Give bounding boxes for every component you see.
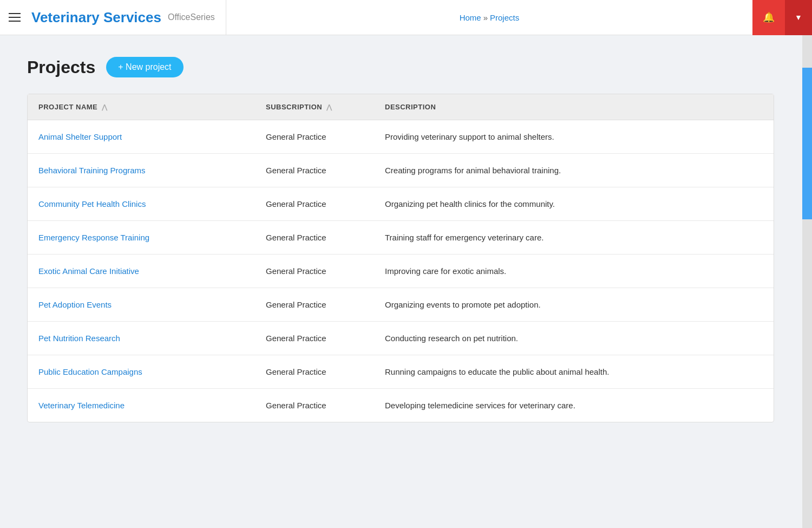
filter-subscription-icon[interactable]: ⋀: [326, 103, 332, 111]
table-row: Veterinary TelemedicineGeneral PracticeD…: [28, 389, 774, 422]
project-subscription: General Practice: [255, 389, 374, 422]
project-name-link[interactable]: Pet Adoption Events: [38, 300, 112, 309]
table-row: Behavioral Training ProgramsGeneral Prac…: [28, 154, 774, 187]
table-row: Pet Nutrition ResearchGeneral PracticeCo…: [28, 322, 774, 355]
table-row: Community Pet Health ClinicsGeneral Prac…: [28, 187, 774, 221]
filter-name-icon[interactable]: ⋀: [102, 103, 108, 111]
hamburger-menu[interactable]: [9, 13, 21, 22]
project-name-link[interactable]: Emergency Response Training: [38, 233, 149, 242]
header-nav: Home » Projects: [226, 13, 752, 22]
project-description: Developing telemedicine services for vet…: [374, 389, 774, 422]
column-subscription-label: SUBSCRIPTION: [266, 103, 322, 111]
project-subscription: General Practice: [255, 221, 374, 255]
project-name-link[interactable]: Veterinary Telemedicine: [38, 401, 125, 410]
project-description: Running campaigns to educate the public …: [374, 355, 774, 389]
table-row: Emergency Response TrainingGeneral Pract…: [28, 221, 774, 255]
breadcrumb: Home » Projects: [460, 13, 520, 22]
column-header-name: PROJECT NAME ⋀: [28, 94, 255, 120]
column-name-label: PROJECT NAME: [38, 103, 97, 111]
project-name-link[interactable]: Animal Shelter Support: [38, 132, 122, 141]
column-header-description: DESCRIPTION: [374, 94, 774, 120]
project-name-link[interactable]: Community Pet Health Clinics: [38, 199, 146, 208]
project-subscription: General Practice: [255, 154, 374, 187]
table-row: Exotic Animal Care InitiativeGeneral Pra…: [28, 255, 774, 288]
header-actions: 🔔 ▼: [752, 0, 812, 35]
page-title: Projects: [27, 57, 95, 77]
project-description: Creating programs for animal behavioral …: [374, 154, 774, 187]
project-name-link[interactable]: Pet Nutrition Research: [38, 334, 120, 343]
project-subscription: General Practice: [255, 322, 374, 355]
project-name-link[interactable]: Behavioral Training Programs: [38, 166, 146, 175]
projects-table-container: PROJECT NAME ⋀ SUBSCRIPTION ⋀ DESCRIPTIO…: [27, 94, 774, 422]
project-description: Conducting research on pet nutrition.: [374, 322, 774, 355]
breadcrumb-current[interactable]: Projects: [490, 13, 519, 22]
app-header: Veterinary Services OfficeSeries Home » …: [0, 0, 812, 35]
project-subscription: General Practice: [255, 187, 374, 221]
table-header: PROJECT NAME ⋀ SUBSCRIPTION ⋀ DESCRIPTIO…: [28, 94, 774, 120]
header-left: Veterinary Services OfficeSeries: [0, 0, 226, 35]
notification-bell-button[interactable]: 🔔: [752, 0, 785, 35]
project-description: Training staff for emergency veterinary …: [374, 221, 774, 255]
project-description: Organizing events to promote pet adoptio…: [374, 288, 774, 322]
app-title: Veterinary Services: [31, 9, 161, 26]
project-subscription: General Practice: [255, 255, 374, 288]
project-name-link[interactable]: Public Education Campaigns: [38, 367, 142, 376]
project-description: Providing veterinary support to animal s…: [374, 120, 774, 154]
app-subtitle: OfficeSeries: [168, 12, 215, 22]
new-project-button[interactable]: + New project: [106, 57, 183, 77]
breadcrumb-home[interactable]: Home: [460, 13, 481, 22]
project-name-link[interactable]: Exotic Animal Care Initiative: [38, 266, 139, 276]
project-subscription: General Practice: [255, 355, 374, 389]
main-content: Projects + New project PROJECT NAME ⋀ SU…: [0, 35, 812, 444]
project-subscription: General Practice: [255, 288, 374, 322]
project-description: Improving care for exotic animals.: [374, 255, 774, 288]
breadcrumb-separator: »: [483, 13, 488, 22]
table-row: Animal Shelter SupportGeneral PracticePr…: [28, 120, 774, 154]
bell-icon: 🔔: [763, 11, 775, 23]
column-description-label: DESCRIPTION: [385, 103, 436, 111]
table-body: Animal Shelter SupportGeneral PracticePr…: [28, 120, 774, 422]
table-row: Pet Adoption EventsGeneral PracticeOrgan…: [28, 288, 774, 322]
chevron-down-icon: ▼: [795, 13, 802, 22]
project-subscription: General Practice: [255, 120, 374, 154]
table-row: Public Education CampaignsGeneral Practi…: [28, 355, 774, 389]
projects-table: PROJECT NAME ⋀ SUBSCRIPTION ⋀ DESCRIPTIO…: [28, 94, 774, 422]
project-description: Organizing pet health clinics for the co…: [374, 187, 774, 221]
user-dropdown-button[interactable]: ▼: [785, 0, 812, 35]
column-header-subscription: SUBSCRIPTION ⋀: [255, 94, 374, 120]
page-header: Projects + New project: [27, 57, 785, 77]
